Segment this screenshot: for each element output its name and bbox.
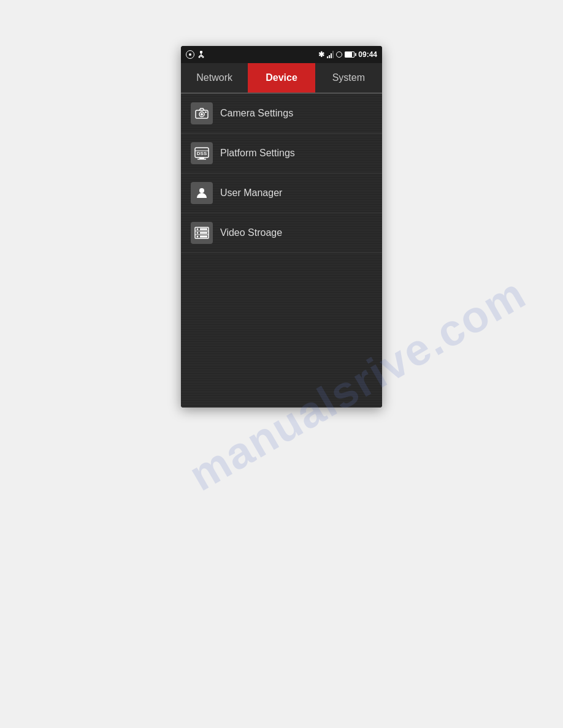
menu-item-platform-settings[interactable]: DSS Platform Settings xyxy=(181,134,382,173)
tab-device[interactable]: Device xyxy=(248,63,315,93)
svg-rect-8 xyxy=(205,112,207,113)
user-manager-icon xyxy=(191,182,213,204)
svg-point-19 xyxy=(197,232,199,234)
battery-icon xyxy=(345,51,354,58)
svg-point-4 xyxy=(202,56,204,58)
camera-settings-label: Camera Settings xyxy=(220,108,293,119)
video-storage-icon xyxy=(191,222,213,244)
circle-status-icon xyxy=(336,51,342,58)
content-area: Camera Settings DSS Platform Settings xyxy=(181,94,382,408)
video-storage-label: Video Stroage xyxy=(220,227,282,238)
status-time: 09:44 xyxy=(358,50,377,59)
status-bar-left xyxy=(186,50,205,59)
svg-rect-0 xyxy=(200,51,202,53)
tab-bar: Network Device System xyxy=(181,63,382,93)
menu-item-camera-settings[interactable]: Camera Settings xyxy=(181,94,382,134)
tab-network[interactable]: Network xyxy=(181,63,248,93)
platform-settings-icon: DSS xyxy=(191,142,213,164)
signal-bars-icon xyxy=(327,51,334,58)
phone-frame: ✱ 09:44 Network Device Syste xyxy=(181,46,382,408)
user-manager-label: User Manager xyxy=(220,188,282,199)
svg-point-18 xyxy=(197,229,199,230)
camera-settings-icon xyxy=(191,102,213,124)
usb-icon xyxy=(197,50,205,59)
platform-settings-label: Platform Settings xyxy=(220,148,295,159)
svg-text:DSS: DSS xyxy=(197,151,207,156)
status-bar: ✱ 09:44 xyxy=(181,46,382,63)
svg-rect-23 xyxy=(200,236,207,238)
svg-rect-12 xyxy=(199,157,204,159)
menu-item-video-storage[interactable]: Video Stroage xyxy=(181,213,382,253)
svg-rect-22 xyxy=(200,232,207,234)
bluetooth-icon: ✱ xyxy=(318,50,324,59)
svg-point-20 xyxy=(197,236,199,238)
status-bar-right: ✱ 09:44 xyxy=(318,50,377,59)
menu-item-user-manager[interactable]: User Manager xyxy=(181,173,382,213)
tab-system[interactable]: System xyxy=(315,63,382,93)
svg-point-3 xyxy=(199,56,201,58)
svg-rect-13 xyxy=(197,159,206,160)
svg-point-14 xyxy=(199,188,204,193)
svg-point-7 xyxy=(201,113,203,116)
svg-rect-21 xyxy=(200,229,207,230)
notification-icon xyxy=(186,50,194,59)
